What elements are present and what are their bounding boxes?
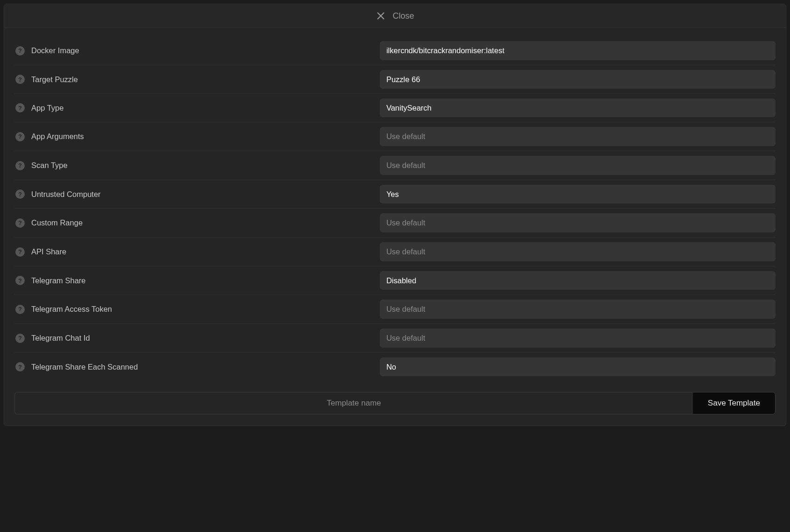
settings-modal: Close ? Docker Image ? Target Puzzle Puz… (4, 4, 786, 426)
label-api-share: API Share (31, 247, 66, 256)
help-icon[interactable]: ? (15, 218, 25, 228)
input-custom-range[interactable] (380, 213, 776, 232)
help-icon[interactable]: ? (15, 334, 25, 343)
help-icon[interactable]: ? (15, 276, 25, 285)
row-docker-image: ? Docker Image (14, 36, 776, 65)
select-telegram-share-each-scanned[interactable]: No (380, 357, 776, 376)
input-scan-type[interactable] (380, 156, 776, 175)
label-telegram-access-token: Telegram Access Token (31, 305, 112, 314)
select-telegram-share[interactable]: Disabled (380, 271, 776, 290)
row-telegram-share-each-scanned: ? Telegram Share Each Scanned No (14, 353, 776, 381)
help-icon[interactable]: ? (15, 46, 25, 56)
help-icon[interactable]: ? (15, 305, 25, 314)
modal-body: ? Docker Image ? Target Puzzle Puzzle 66… (4, 28, 786, 385)
label-app-arguments: App Arguments (31, 132, 84, 141)
input-app-arguments[interactable] (380, 127, 776, 146)
input-telegram-access-token[interactable] (380, 300, 776, 319)
label-telegram-share: Telegram Share (31, 276, 85, 285)
row-untrusted-computer: ? Untrusted Computer Yes (14, 180, 776, 209)
label-telegram-share-each-scanned: Telegram Share Each Scanned (31, 363, 138, 371)
row-target-puzzle: ? Target Puzzle Puzzle 66 (14, 65, 776, 94)
input-template-name[interactable] (14, 392, 693, 414)
help-icon[interactable]: ? (15, 247, 25, 257)
help-icon[interactable]: ? (15, 362, 25, 371)
row-api-share: ? API Share (14, 238, 776, 266)
row-telegram-access-token: ? Telegram Access Token (14, 295, 776, 324)
help-icon[interactable]: ? (15, 132, 25, 141)
label-target-puzzle: Target Puzzle (31, 75, 78, 84)
select-app-type[interactable]: VanitySearch (380, 98, 776, 117)
input-telegram-chat-id[interactable] (380, 329, 776, 348)
modal-footer: Save Template (4, 385, 786, 426)
help-icon[interactable]: ? (15, 103, 25, 112)
row-scan-type: ? Scan Type (14, 151, 776, 180)
help-icon[interactable]: ? (15, 75, 25, 84)
close-label: Close (392, 11, 414, 21)
label-telegram-chat-id: Telegram Chat Id (31, 334, 90, 343)
save-template-button[interactable]: Save Template (693, 392, 776, 414)
label-docker-image: Docker Image (31, 46, 79, 55)
row-app-type: ? App Type VanitySearch (14, 94, 776, 122)
select-target-puzzle[interactable]: Puzzle 66 (380, 70, 776, 89)
help-icon[interactable]: ? (15, 161, 25, 170)
label-custom-range: Custom Range (31, 218, 83, 227)
row-app-arguments: ? App Arguments (14, 122, 776, 151)
row-custom-range: ? Custom Range (14, 209, 776, 238)
input-api-share[interactable] (380, 242, 776, 261)
close-icon (376, 11, 386, 21)
row-telegram-chat-id: ? Telegram Chat Id (14, 324, 776, 353)
label-untrusted-computer: Untrusted Computer (31, 190, 101, 199)
row-telegram-share: ? Telegram Share Disabled (14, 266, 776, 295)
modal-header[interactable]: Close (4, 4, 786, 28)
label-scan-type: Scan Type (31, 161, 68, 170)
label-app-type: App Type (31, 104, 63, 112)
select-untrusted-computer[interactable]: Yes (380, 185, 776, 203)
input-docker-image[interactable] (380, 41, 776, 60)
help-icon[interactable]: ? (15, 189, 25, 199)
